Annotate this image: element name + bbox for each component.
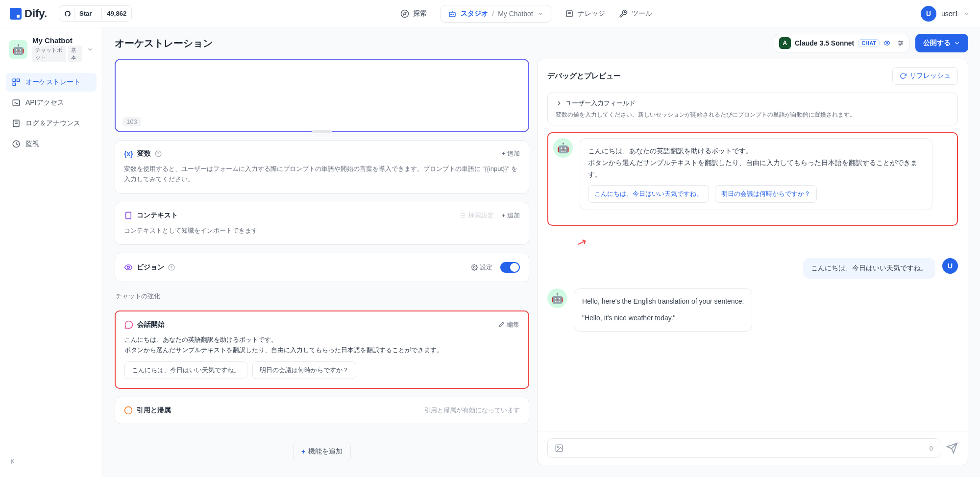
bot-avatar: 🤖 [553, 138, 573, 158]
model-selector[interactable]: A Claude 3.5 Sonnet CHAT [774, 34, 909, 52]
chevron-down-icon [954, 40, 960, 47]
github-star-label: Star [74, 8, 97, 19]
input-vars-title: ユーザー入力フィールド [565, 99, 636, 108]
send-icon[interactable] [946, 442, 958, 454]
sidebar-label: ログ＆アナウンス [25, 119, 80, 128]
svg-rect-11 [13, 83, 15, 86]
add-variable-link[interactable]: + 追加 [502, 149, 520, 158]
svg-point-35 [125, 406, 132, 414]
add-context-link[interactable]: + 追加 [502, 211, 520, 220]
input-vars-card[interactable]: ユーザー入力フィールド 変数の値を入力してください。新しいセッションが開始される… [547, 93, 958, 125]
opener-body: こんにちは、あなたの英語翻訳を助けるボットです。 ボタンから選んだサンプルテキス… [124, 335, 519, 356]
sidebar-item-orchestrate[interactable]: オーケストレート [6, 73, 97, 92]
sidebar-item-overview[interactable]: 監視 [6, 135, 97, 153]
user-avatar: U [921, 6, 936, 22]
sliders-icon[interactable] [897, 40, 904, 47]
help-icon[interactable] [155, 150, 162, 157]
vision-toggle[interactable] [500, 262, 520, 273]
nav-knowledge[interactable]: ナレッジ [565, 9, 605, 18]
pencil-icon[interactable] [498, 321, 505, 328]
citation-card: 引用と帰属 引用と帰属が有効になっています [115, 397, 529, 424]
bot-reply-text-1: Hello, here's the English translation of… [582, 296, 744, 308]
vision-settings-link[interactable]: 設定 [480, 263, 492, 272]
input-counter: 0 [930, 445, 933, 452]
model-type-badge: CHAT [858, 39, 880, 47]
image-icon[interactable] [555, 444, 564, 453]
chevron-down-icon [963, 10, 970, 17]
vision-title: ビジョン [137, 263, 164, 272]
book-icon [565, 9, 574, 18]
sidebar-item-logs[interactable]: ログ＆アナウンス [6, 114, 97, 133]
plus-icon: + [301, 448, 305, 455]
nav-tools-label: ツール [632, 9, 652, 18]
user-name: user1 [941, 10, 958, 18]
opener-edit-link[interactable]: 編集 [507, 320, 519, 329]
svg-point-28 [155, 151, 161, 157]
context-card: コンテキスト 検索設定 + 追加 コンテキストとして知識をインポートできます [115, 202, 529, 245]
bot-reply-text-2: "Hello, it's nice weather today." [582, 312, 744, 324]
user-menu[interactable]: U user1 [921, 6, 970, 22]
collapse-icon[interactable] [10, 457, 19, 466]
chevron-down-icon [537, 10, 544, 17]
logo-icon [10, 8, 22, 20]
nav-tools[interactable]: ツール [619, 9, 652, 18]
user-avatar: U [942, 258, 958, 274]
variables-card: {x} 変数 + 追加 変数を使用すると、ユーザーはフォームに入力する際にプロン… [115, 140, 529, 194]
publish-button[interactable]: 公開する [915, 34, 968, 52]
app-tag: チャットボット [32, 46, 66, 62]
chat-enhance-label: チャットの強化 [115, 290, 529, 303]
chevron-down-icon[interactable] [87, 46, 94, 53]
gear-icon[interactable] [471, 264, 478, 271]
logo[interactable]: Dify. [10, 7, 47, 20]
resize-handle[interactable] [312, 130, 332, 133]
nav-explore[interactable]: 探索 [400, 9, 427, 18]
nav-studio[interactable]: スタジオ / My Chatbot [441, 5, 551, 23]
model-name: Claude 3.5 Sonnet [795, 39, 854, 47]
nav-studio-label: スタジオ [461, 9, 488, 18]
variables-desc: 変数を使用すると、ユーザーはフォームに入力する際にプロンプトの単語や開始の言葉を… [124, 164, 520, 185]
svg-point-0 [401, 10, 409, 17]
sidebar-item-api[interactable]: APIアクセス [6, 94, 97, 112]
app-icon: 🤖 [9, 40, 27, 59]
tool-icon [619, 9, 628, 18]
prompt-editor[interactable]: 103 [115, 59, 529, 132]
refresh-icon [900, 72, 906, 79]
svg-point-37 [557, 446, 559, 448]
suggestion-chip[interactable]: 明日の会議は何時からですか？ [715, 185, 817, 203]
suggestion-chip[interactable]: こんにちは、今日はいい天気ですね。 [588, 185, 709, 203]
chat-input[interactable]: 0 [547, 438, 940, 458]
citation-status: 引用と帰属が有効になっています [424, 406, 520, 415]
help-icon[interactable] [168, 264, 175, 271]
preview-title: デバッグとプレビュー [547, 72, 621, 81]
svg-rect-29 [126, 212, 131, 219]
sidebar-app-header[interactable]: 🤖 My Chatbot チャットボット 基本 [6, 33, 97, 65]
settings-icon [460, 212, 466, 219]
svg-point-3 [451, 14, 452, 15]
github-star[interactable]: Star 49,862 [59, 5, 132, 22]
opener-title: 会話開始 [137, 320, 165, 329]
svg-rect-10 [17, 79, 20, 81]
github-icon [64, 10, 71, 17]
quote-icon [124, 406, 133, 415]
opener-chip[interactable]: こんにちは、今日はいい天気ですね。 [124, 361, 247, 379]
svg-line-19 [16, 144, 18, 145]
logo-text: Dify. [24, 7, 47, 20]
robot-icon [448, 9, 457, 18]
add-feature-button[interactable]: + 機能を追加 [293, 442, 351, 461]
svg-rect-2 [449, 12, 455, 17]
wand-icon [12, 78, 21, 87]
svg-point-33 [169, 265, 174, 271]
add-feature-label: 機能を追加 [308, 447, 343, 456]
search-settings-link[interactable]: 検索設定 [468, 211, 494, 220]
refresh-button[interactable]: リフレッシュ [892, 67, 958, 85]
opener-chip[interactable]: 明日の会議は何時からですか？ [252, 361, 356, 379]
svg-marker-1 [403, 12, 406, 15]
eye-icon [124, 263, 133, 272]
anthropic-icon: A [779, 37, 791, 49]
document-icon [124, 211, 133, 220]
nav-knowledge-label: ナレッジ [578, 9, 605, 18]
eye-icon [883, 40, 890, 47]
svg-point-21 [886, 42, 888, 44]
prompt-char-count: 103 [122, 117, 141, 126]
nav-explore-label: 探索 [413, 9, 427, 18]
